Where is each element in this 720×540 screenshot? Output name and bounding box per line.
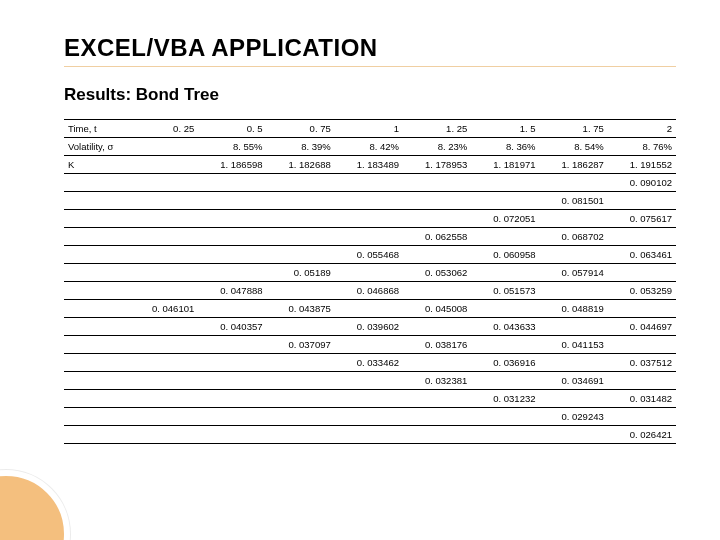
k-c2: 1. 186598	[198, 156, 266, 174]
vol-c3: 8. 39%	[267, 138, 335, 156]
tree-r0-c8: 0. 090102	[608, 174, 676, 192]
tree-r9-c3: 0. 037097	[267, 336, 335, 354]
tree-r14-c8: 0. 026421	[608, 426, 676, 444]
time-c3: 0. 75	[267, 120, 335, 138]
tree-r7-c3: 0. 043875	[267, 300, 335, 318]
tree-row-6: 0. 0478880. 0468680. 0515730. 053259	[64, 282, 676, 300]
tree-r7-c1: 0. 046101	[130, 300, 198, 318]
tree-row-4: 0. 0554680. 0609580. 063461	[64, 246, 676, 264]
tree-r10-c8: 0. 037512	[608, 354, 676, 372]
decorative-circle	[0, 470, 70, 540]
vol-c5: 8. 23%	[403, 138, 471, 156]
k-c3: 1. 182688	[267, 156, 335, 174]
slide-subtitle: Results: Bond Tree	[64, 85, 676, 105]
tree-row-14: 0. 026421	[64, 426, 676, 444]
bond-tree-table: Time, t 0. 25 0. 5 0. 75 1 1. 25 1. 5 1.…	[64, 119, 676, 444]
tree-row-3: 0. 0625580. 068702	[64, 228, 676, 246]
time-c4: 1	[335, 120, 403, 138]
tree-r5-c5: 0. 053062	[403, 264, 471, 282]
tree-row-1: 0. 081501	[64, 192, 676, 210]
title-underline	[64, 66, 676, 67]
k-c6: 1. 181971	[471, 156, 539, 174]
tree-r7-c5: 0. 045008	[403, 300, 471, 318]
tree-row-8: 0. 0403570. 0396020. 0436330. 044697	[64, 318, 676, 336]
tree-r13-c7: 0. 029243	[540, 408, 608, 426]
tree-r11-c7: 0. 034691	[540, 372, 608, 390]
time-c7: 1. 75	[540, 120, 608, 138]
tree-row-11: 0. 0323810. 034691	[64, 372, 676, 390]
tree-r5-c7: 0. 057914	[540, 264, 608, 282]
tree-row-7: 0. 0461010. 0438750. 0450080. 048819	[64, 300, 676, 318]
time-c6: 1. 5	[471, 120, 539, 138]
k-c1	[130, 156, 198, 174]
vol-c8: 8. 76%	[608, 138, 676, 156]
tree-r7-c7: 0. 048819	[540, 300, 608, 318]
tree-r9-c7: 0. 041153	[540, 336, 608, 354]
vol-c4: 8. 42%	[335, 138, 403, 156]
tree-row-10: 0. 0334620. 0369160. 037512	[64, 354, 676, 372]
tree-row-2: 0. 0720510. 075617	[64, 210, 676, 228]
tree-r9-c5: 0. 038176	[403, 336, 471, 354]
tree-r3-c5: 0. 062558	[403, 228, 471, 246]
tree-r6-c2: 0. 047888	[198, 282, 266, 300]
vol-c2: 8. 55%	[198, 138, 266, 156]
tree-row-0: 0. 090102	[64, 174, 676, 192]
time-c2: 0. 5	[198, 120, 266, 138]
tree-r8-c8: 0. 044697	[608, 318, 676, 336]
tree-r3-c7: 0. 068702	[540, 228, 608, 246]
tree-r12-c8: 0. 031482	[608, 390, 676, 408]
tree-row-5: 0. 051890. 0530620. 057914	[64, 264, 676, 282]
slide: EXCEL/VBA APPLICATION Results: Bond Tree…	[0, 0, 720, 540]
tree-r10-c6: 0. 036916	[471, 354, 539, 372]
time-c5: 1. 25	[403, 120, 471, 138]
row-time: Time, t 0. 25 0. 5 0. 75 1 1. 25 1. 5 1.…	[64, 120, 676, 138]
vol-c1	[130, 138, 198, 156]
slide-title: EXCEL/VBA APPLICATION	[64, 34, 676, 62]
k-c5: 1. 178953	[403, 156, 471, 174]
tree-r8-c4: 0. 039602	[335, 318, 403, 336]
tree-r4-c8: 0. 063461	[608, 246, 676, 264]
tree-r6-c6: 0. 051573	[471, 282, 539, 300]
vol-c7: 8. 54%	[540, 138, 608, 156]
row-k: K 1. 186598 1. 182688 1. 183489 1. 17895…	[64, 156, 676, 174]
tree-r4-c4: 0. 055468	[335, 246, 403, 264]
tree-row-9: 0. 0370970. 0381760. 041153	[64, 336, 676, 354]
tree-r2-c8: 0. 075617	[608, 210, 676, 228]
row-k-label: K	[64, 156, 130, 174]
tree-r8-c6: 0. 043633	[471, 318, 539, 336]
tree-r11-c5: 0. 032381	[403, 372, 471, 390]
tree-r10-c4: 0. 033462	[335, 354, 403, 372]
k-c7: 1. 186287	[540, 156, 608, 174]
time-c8: 2	[608, 120, 676, 138]
tree-r8-c2: 0. 040357	[198, 318, 266, 336]
tree-r4-c6: 0. 060958	[471, 246, 539, 264]
tree-row-13: 0. 029243	[64, 408, 676, 426]
row-volatility: Volatility, σ 8. 55% 8. 39% 8. 42% 8. 23…	[64, 138, 676, 156]
tree-r1-c7: 0. 081501	[540, 192, 608, 210]
k-c8: 1. 191552	[608, 156, 676, 174]
vol-c6: 8. 36%	[471, 138, 539, 156]
tree-r12-c6: 0. 031232	[471, 390, 539, 408]
tree-row-12: 0. 0312320. 031482	[64, 390, 676, 408]
tree-r6-c4: 0. 046868	[335, 282, 403, 300]
k-c4: 1. 183489	[335, 156, 403, 174]
row-time-label: Time, t	[64, 120, 130, 138]
time-c1: 0. 25	[130, 120, 198, 138]
tree-r6-c8: 0. 053259	[608, 282, 676, 300]
tree-r2-c6: 0. 072051	[471, 210, 539, 228]
row-vol-label: Volatility, σ	[64, 138, 130, 156]
tree-r5-c3: 0. 05189	[267, 264, 335, 282]
